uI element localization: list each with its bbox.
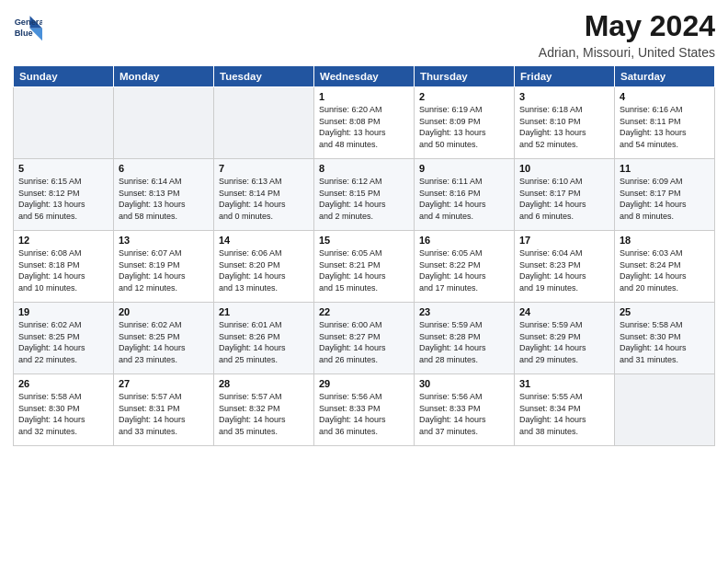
calendar-table: Sunday Monday Tuesday Wednesday Thursday… xyxy=(13,65,715,446)
calendar-cell: 26Sunrise: 5:58 AMSunset: 8:30 PMDayligh… xyxy=(14,374,114,446)
day-number: 16 xyxy=(419,235,509,246)
col-friday: Friday xyxy=(515,66,615,87)
calendar-cell xyxy=(14,87,114,159)
generalblue-logo-icon: General Blue xyxy=(13,13,42,42)
day-info: Sunrise: 6:15 AMSunset: 8:12 PMDaylight:… xyxy=(18,176,108,222)
calendar-cell: 19Sunrise: 6:02 AMSunset: 8:25 PMDayligh… xyxy=(14,303,114,374)
calendar-cell: 8Sunrise: 6:12 AMSunset: 8:15 PMDaylight… xyxy=(314,159,415,231)
calendar-cell: 23Sunrise: 5:59 AMSunset: 8:28 PMDayligh… xyxy=(415,303,515,374)
calendar-cell: 16Sunrise: 6:05 AMSunset: 8:22 PMDayligh… xyxy=(415,231,515,303)
header-row: Sunday Monday Tuesday Wednesday Thursday… xyxy=(14,66,715,87)
day-info: Sunrise: 6:16 AMSunset: 8:11 PMDaylight:… xyxy=(620,104,710,150)
calendar-row: 26Sunrise: 5:58 AMSunset: 8:30 PMDayligh… xyxy=(14,374,715,446)
calendar-cell: 6Sunrise: 6:14 AMSunset: 8:13 PMDaylight… xyxy=(114,159,214,231)
calendar-cell: 28Sunrise: 5:57 AMSunset: 8:32 PMDayligh… xyxy=(214,374,314,446)
day-number: 11 xyxy=(620,163,710,174)
calendar-cell: 31Sunrise: 5:55 AMSunset: 8:34 PMDayligh… xyxy=(515,374,615,446)
title-block: May 2024 Adrian, Missouri, United States xyxy=(539,9,715,60)
calendar-cell: 10Sunrise: 6:10 AMSunset: 8:17 PMDayligh… xyxy=(515,159,615,231)
day-number: 15 xyxy=(319,235,409,246)
calendar-cell xyxy=(615,374,715,446)
day-number: 4 xyxy=(620,91,710,102)
calendar-cell: 7Sunrise: 6:13 AMSunset: 8:14 PMDaylight… xyxy=(214,159,314,231)
day-info: Sunrise: 6:04 AMSunset: 8:23 PMDaylight:… xyxy=(519,247,609,293)
calendar-cell: 1Sunrise: 6:20 AMSunset: 8:08 PMDaylight… xyxy=(314,87,415,159)
day-info: Sunrise: 5:58 AMSunset: 8:30 PMDaylight:… xyxy=(18,391,108,437)
day-info: Sunrise: 5:58 AMSunset: 8:30 PMDaylight:… xyxy=(620,319,710,365)
col-sunday: Sunday xyxy=(14,66,114,87)
day-number: 8 xyxy=(319,163,409,174)
day-number: 25 xyxy=(620,306,710,317)
calendar-cell xyxy=(114,87,214,159)
day-info: Sunrise: 6:02 AMSunset: 8:25 PMDaylight:… xyxy=(119,319,209,365)
day-info: Sunrise: 6:11 AMSunset: 8:16 PMDaylight:… xyxy=(419,176,509,222)
day-number: 28 xyxy=(219,378,309,389)
calendar-cell: 15Sunrise: 6:05 AMSunset: 8:21 PMDayligh… xyxy=(314,231,415,303)
day-info: Sunrise: 5:55 AMSunset: 8:34 PMDaylight:… xyxy=(519,391,609,437)
day-info: Sunrise: 6:08 AMSunset: 8:18 PMDaylight:… xyxy=(18,247,108,293)
day-info: Sunrise: 6:07 AMSunset: 8:19 PMDaylight:… xyxy=(119,247,209,293)
day-number: 26 xyxy=(18,378,108,389)
day-info: Sunrise: 6:14 AMSunset: 8:13 PMDaylight:… xyxy=(119,176,209,222)
col-saturday: Saturday xyxy=(615,66,715,87)
day-info: Sunrise: 6:05 AMSunset: 8:22 PMDaylight:… xyxy=(419,247,509,293)
calendar-cell: 29Sunrise: 5:56 AMSunset: 8:33 PMDayligh… xyxy=(314,374,415,446)
day-number: 24 xyxy=(519,306,609,317)
logo: General Blue xyxy=(13,13,44,42)
calendar-cell: 20Sunrise: 6:02 AMSunset: 8:25 PMDayligh… xyxy=(114,303,214,374)
day-info: Sunrise: 5:57 AMSunset: 8:31 PMDaylight:… xyxy=(119,391,209,437)
day-info: Sunrise: 6:06 AMSunset: 8:20 PMDaylight:… xyxy=(219,247,309,293)
day-number: 20 xyxy=(119,306,209,317)
day-number: 22 xyxy=(319,306,409,317)
calendar-cell: 27Sunrise: 5:57 AMSunset: 8:31 PMDayligh… xyxy=(114,374,214,446)
day-info: Sunrise: 5:59 AMSunset: 8:29 PMDaylight:… xyxy=(519,319,609,365)
calendar-cell: 2Sunrise: 6:19 AMSunset: 8:09 PMDaylight… xyxy=(415,87,515,159)
calendar-cell: 21Sunrise: 6:01 AMSunset: 8:26 PMDayligh… xyxy=(214,303,314,374)
calendar-cell: 30Sunrise: 5:56 AMSunset: 8:33 PMDayligh… xyxy=(415,374,515,446)
day-number: 1 xyxy=(319,91,409,102)
day-info: Sunrise: 5:57 AMSunset: 8:32 PMDaylight:… xyxy=(219,391,309,437)
day-info: Sunrise: 6:10 AMSunset: 8:17 PMDaylight:… xyxy=(519,176,609,222)
svg-text:Blue: Blue xyxy=(15,29,33,38)
calendar-cell: 24Sunrise: 5:59 AMSunset: 8:29 PMDayligh… xyxy=(515,303,615,374)
header: General Blue May 2024 Adrian, Missouri, … xyxy=(13,9,715,60)
day-number: 29 xyxy=(319,378,409,389)
day-number: 21 xyxy=(219,306,309,317)
day-info: Sunrise: 6:20 AMSunset: 8:08 PMDaylight:… xyxy=(319,104,409,150)
day-info: Sunrise: 5:56 AMSunset: 8:33 PMDaylight:… xyxy=(419,391,509,437)
col-thursday: Thursday xyxy=(415,66,515,87)
day-info: Sunrise: 6:18 AMSunset: 8:10 PMDaylight:… xyxy=(519,104,609,150)
day-info: Sunrise: 5:56 AMSunset: 8:33 PMDaylight:… xyxy=(319,391,409,437)
day-number: 30 xyxy=(419,378,509,389)
day-info: Sunrise: 6:05 AMSunset: 8:21 PMDaylight:… xyxy=(319,247,409,293)
day-number: 9 xyxy=(419,163,509,174)
calendar-subtitle: Adrian, Missouri, United States xyxy=(539,45,715,60)
calendar-cell: 13Sunrise: 6:07 AMSunset: 8:19 PMDayligh… xyxy=(114,231,214,303)
day-number: 18 xyxy=(620,235,710,246)
col-monday: Monday xyxy=(114,66,214,87)
col-tuesday: Tuesday xyxy=(214,66,314,87)
day-number: 19 xyxy=(18,306,108,317)
calendar-title: May 2024 xyxy=(539,9,715,43)
day-info: Sunrise: 5:59 AMSunset: 8:28 PMDaylight:… xyxy=(419,319,509,365)
day-number: 6 xyxy=(119,163,209,174)
calendar-row: 12Sunrise: 6:08 AMSunset: 8:18 PMDayligh… xyxy=(14,231,715,303)
col-wednesday: Wednesday xyxy=(314,66,415,87)
calendar-cell xyxy=(214,87,314,159)
day-info: Sunrise: 6:00 AMSunset: 8:27 PMDaylight:… xyxy=(319,319,409,365)
calendar-row: 5Sunrise: 6:15 AMSunset: 8:12 PMDaylight… xyxy=(14,159,715,231)
calendar-cell: 18Sunrise: 6:03 AMSunset: 8:24 PMDayligh… xyxy=(615,231,715,303)
calendar-cell: 14Sunrise: 6:06 AMSunset: 8:20 PMDayligh… xyxy=(214,231,314,303)
day-number: 17 xyxy=(519,235,609,246)
day-number: 5 xyxy=(18,163,108,174)
calendar-cell: 5Sunrise: 6:15 AMSunset: 8:12 PMDaylight… xyxy=(14,159,114,231)
calendar-cell: 12Sunrise: 6:08 AMSunset: 8:18 PMDayligh… xyxy=(14,231,114,303)
day-number: 10 xyxy=(519,163,609,174)
day-number: 13 xyxy=(119,235,209,246)
day-info: Sunrise: 6:19 AMSunset: 8:09 PMDaylight:… xyxy=(419,104,509,150)
page: General Blue May 2024 Adrian, Missouri, … xyxy=(0,0,728,563)
calendar-cell: 17Sunrise: 6:04 AMSunset: 8:23 PMDayligh… xyxy=(515,231,615,303)
day-number: 14 xyxy=(219,235,309,246)
day-info: Sunrise: 6:03 AMSunset: 8:24 PMDaylight:… xyxy=(620,247,710,293)
svg-text:General: General xyxy=(15,17,42,27)
